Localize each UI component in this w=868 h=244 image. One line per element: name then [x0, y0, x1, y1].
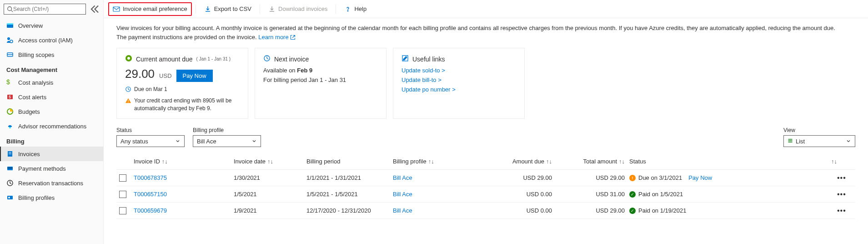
pay-now-link[interactable]: Pay Now: [688, 174, 712, 181]
sidebar-item-label: Payment methods: [18, 165, 66, 172]
svg-text:$: $: [9, 95, 11, 99]
next-invoice-card: Next invoice Available on Feb 9 For bill…: [255, 48, 386, 119]
sort-icon: ↑↓: [619, 158, 625, 165]
advisor-icon: [6, 122, 14, 130]
export-csv-button[interactable]: Export to CSV: [200, 2, 256, 16]
sidebar-item-label: Cost analysis: [18, 79, 53, 86]
col-amount-due[interactable]: Amount due↑↓: [484, 158, 561, 165]
payment-methods-icon: [6, 165, 14, 172]
sidebar-item-reservation-transactions[interactable]: Reservation transactions: [0, 176, 103, 190]
chevron-down-icon: [846, 138, 851, 144]
billing-period-cell: 1/5/2021 - 1/5/2021: [306, 191, 393, 198]
sidebar-item-cost-analysis[interactable]: $ Cost analysis: [0, 75, 103, 90]
row-menu-button[interactable]: •••: [837, 190, 846, 198]
budgets-icon: [6, 108, 14, 115]
invoice-id-link[interactable]: T000678375: [134, 174, 167, 181]
sidebar-item-label: Overview: [18, 22, 43, 29]
sidebar-item-billing-scopes[interactable]: Billing scopes: [0, 47, 103, 62]
col-total-amount[interactable]: Total amount↑↓: [561, 158, 629, 165]
help-button[interactable]: Help: [340, 2, 371, 16]
pay-now-button[interactable]: Pay Now: [176, 70, 213, 82]
svg-rect-3: [7, 23, 13, 25]
row-menu-button[interactable]: •••: [837, 174, 846, 182]
warning-icon: [125, 97, 131, 104]
invoice-email-preference-button[interactable]: Invoice email preference: [108, 2, 192, 16]
main-content: Invoice email preference Export to CSV D…: [104, 0, 868, 244]
row-checkbox[interactable]: [119, 207, 126, 214]
table-row: T000678375 1/30/2021 1/1/2021 - 1/31/202…: [116, 170, 855, 186]
col-billing-profile[interactable]: Billing profile ↑↓: [393, 158, 484, 165]
sidebar-item-overview[interactable]: Overview: [0, 18, 103, 33]
sidebar-item-payment-methods[interactable]: Payment methods: [0, 161, 103, 176]
status-text: Paid on 1/5/2021: [638, 191, 683, 198]
sidebar-item-access-control[interactable]: Access control (IAM): [0, 33, 103, 47]
charge-note: Your credit card ending with 8905 will b…: [134, 97, 240, 112]
update-sold-to-link[interactable]: Update sold-to >: [401, 67, 516, 74]
svg-point-4: [7, 37, 10, 40]
sidebar: Overview Access control (IAM) Billing sc…: [0, 0, 104, 244]
clock-icon: [263, 55, 271, 63]
toolbar-separator: [336, 5, 336, 14]
row-checkbox[interactable]: [119, 174, 126, 182]
sort-icon: ↑↓: [546, 158, 552, 165]
collapse-sidebar-button[interactable]: [89, 4, 100, 15]
search-box[interactable]: [4, 4, 86, 15]
status-filter-dropdown[interactable]: Any status: [116, 135, 185, 147]
view-label: View: [783, 127, 855, 133]
cost-alerts-icon: $: [6, 93, 14, 101]
download-icon: [268, 5, 276, 13]
sort-icon: ↑↓: [162, 158, 168, 165]
col-status-sort[interactable]: ↑↓: [738, 158, 837, 165]
invoice-date-cell: 1/5/2021: [234, 191, 306, 198]
sidebar-item-label: Budgets: [18, 108, 40, 115]
amount-due-cell: USD 0.00: [484, 191, 561, 198]
billing-profile-link[interactable]: Bill Ace: [393, 174, 412, 181]
help-icon: [344, 5, 351, 13]
billing-profile-filter-dropdown[interactable]: Bill Ace: [193, 135, 261, 147]
row-menu-button[interactable]: •••: [837, 207, 846, 215]
billing-period-cell: 1/1/2021 - 1/31/2021: [306, 174, 393, 181]
col-status[interactable]: Status: [629, 158, 738, 165]
billing-profile-filter-label: Billing profile: [193, 127, 261, 133]
svg-rect-27: [128, 102, 128, 102]
update-bill-to-link[interactable]: Update bill-to >: [401, 76, 516, 83]
col-invoice-id[interactable]: Invoice ID ↑↓: [134, 158, 234, 165]
check-icon: ✓: [629, 208, 636, 214]
col-billing-period[interactable]: Billing period: [306, 158, 393, 165]
col-invoice-date[interactable]: Invoice date ↑↓: [234, 158, 306, 165]
download-icon: [204, 5, 211, 13]
sidebar-item-budgets[interactable]: Budgets: [0, 104, 103, 119]
warning-icon: !: [629, 175, 636, 181]
invoice-id-link[interactable]: T000657150: [134, 191, 167, 198]
toolbar-label: Invoice email preference: [123, 5, 187, 12]
update-po-number-link[interactable]: Update po number >: [401, 86, 516, 93]
sidebar-item-label: Access control (IAM): [18, 37, 73, 44]
billing-profiles-icon: [6, 194, 14, 201]
sidebar-item-label: Billing profiles: [18, 194, 55, 201]
amount-due-cell: USD 0.00: [484, 207, 561, 214]
card-period: ( Jan 1 - Jan 31 ): [196, 56, 231, 61]
learn-more-link[interactable]: Learn more: [258, 34, 296, 41]
search-input[interactable]: [13, 6, 83, 12]
sidebar-item-billing-profiles[interactable]: Billing profiles: [0, 190, 103, 205]
view-dropdown[interactable]: List: [783, 135, 855, 147]
toolbar-label: Export to CSV: [214, 5, 251, 12]
billing-scopes-icon: [6, 51, 14, 58]
billing-profile-link[interactable]: Bill Ace: [393, 207, 412, 214]
invoices-table: Invoice ID ↑↓ Invoice date ↑↓ Billing pe…: [116, 153, 855, 219]
total-amount-cell: USD 29.00: [561, 207, 629, 214]
invoice-id-link[interactable]: T000659679: [134, 207, 167, 214]
svg-rect-12: [9, 127, 11, 128]
toolbar: Invoice email preference Export to CSV D…: [104, 0, 868, 18]
sidebar-item-cost-alerts[interactable]: $ Cost alerts: [0, 90, 103, 104]
mail-icon: [113, 5, 120, 13]
row-checkbox[interactable]: [119, 191, 126, 198]
toolbar-label: Help: [354, 5, 366, 12]
invoices-icon: [6, 150, 14, 158]
amount-due-icon: [125, 55, 132, 63]
card-title: Next invoice: [274, 56, 309, 63]
sidebar-item-invoices[interactable]: Invoices: [0, 147, 103, 161]
billing-profile-link[interactable]: Bill Ace: [393, 191, 412, 198]
sidebar-item-advisor[interactable]: Advisor recommendations: [0, 119, 103, 133]
sidebar-item-label: Reservation transactions: [18, 180, 83, 187]
